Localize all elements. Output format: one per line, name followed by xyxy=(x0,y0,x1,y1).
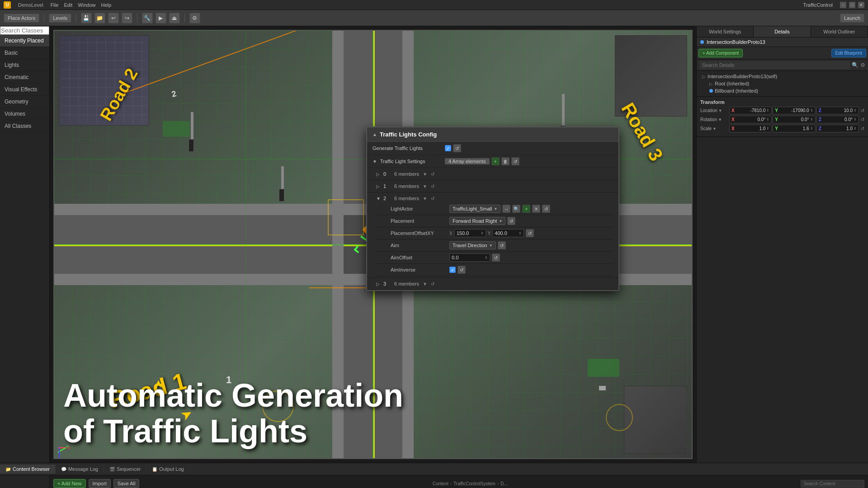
content-search-input[interactable] xyxy=(801,480,864,488)
import-button[interactable]: Import xyxy=(89,479,111,488)
array-0-dropdown[interactable]: ▼ xyxy=(423,172,427,177)
settings-icon[interactable]: ⚙ xyxy=(860,62,865,68)
aim-offset-spinner[interactable]: ⬆ xyxy=(485,256,488,260)
array-2-reset[interactable]: ↺ xyxy=(431,196,434,201)
tree-item-root[interactable]: ▷ IntersectionBuilderProto13(self) xyxy=(697,73,868,80)
save-icon[interactable]: 💾 xyxy=(81,13,92,23)
settings-icon[interactable]: ⚙ xyxy=(189,13,200,23)
array-3-dropdown[interactable]: ▼ xyxy=(423,282,427,286)
scale-reset-button[interactable]: ↺ xyxy=(861,126,864,131)
add-component-button[interactable]: + Add Component xyxy=(698,49,743,57)
aim-inverse-checkbox[interactable]: ✓ xyxy=(449,267,456,273)
tab-output-log[interactable]: 📋 Output Log xyxy=(146,465,189,474)
generate-tl-reset-button[interactable]: ↺ xyxy=(453,144,461,152)
array-1-dropdown[interactable]: ▼ xyxy=(423,184,427,189)
search-details-input[interactable] xyxy=(699,61,850,69)
levels-button[interactable]: Levels xyxy=(49,14,71,23)
offset-reset-btn[interactable]: ↺ xyxy=(526,229,534,237)
menu-window[interactable]: Window xyxy=(78,2,95,8)
array-2-expand-icon[interactable]: ▼ xyxy=(376,196,382,201)
sidebar-item-geometry[interactable]: Geometry xyxy=(0,96,49,108)
undo-icon[interactable]: ↩ xyxy=(108,13,119,23)
offset-x-field[interactable]: 150.0 ⬆ xyxy=(454,229,486,237)
lightactor-reset-btn[interactable]: ↺ xyxy=(542,205,550,213)
path-content[interactable]: Content xyxy=(433,481,448,486)
tab-world-settings[interactable]: World Settings xyxy=(697,26,754,37)
launch-button[interactable]: Launch xyxy=(840,14,864,23)
location-x-field[interactable]: X -7810.0 ⬆ xyxy=(729,107,772,114)
sx-spinner[interactable]: ⬆ xyxy=(766,127,769,131)
place-actors-button[interactable]: Place Actors xyxy=(4,14,39,23)
rotation-z-field[interactable]: Z 0.0° ⬆ xyxy=(816,116,859,123)
sidebar-item-recently-placed[interactable]: Recently Placed xyxy=(0,35,49,47)
close-button[interactable]: ✕ xyxy=(858,2,864,8)
location-dropdown-icon[interactable]: ▼ xyxy=(718,108,722,113)
array-1-expand-icon[interactable]: ▷ xyxy=(376,184,382,189)
placement-dropdown[interactable]: Forward Road Right xyxy=(449,217,505,225)
tree-item-root-inherited[interactable]: ▷ Root (Inherited) xyxy=(697,80,868,87)
sidebar-item-visual-effects[interactable]: Visual Effects xyxy=(0,84,49,96)
eject-icon[interactable]: ⏏ xyxy=(169,13,180,23)
rotation-reset-button[interactable]: ↺ xyxy=(861,117,864,122)
offset-x-spinner[interactable]: ⬆ xyxy=(481,231,484,235)
aim-offset-reset-btn[interactable]: ↺ xyxy=(492,253,500,262)
scale-dropdown-icon[interactable]: ▼ xyxy=(712,127,717,131)
tl-settings-arrow[interactable]: ▼ xyxy=(373,159,377,164)
array-3-expand-icon[interactable]: ▷ xyxy=(376,282,382,286)
sidebar-item-basic[interactable]: Basic xyxy=(0,47,49,59)
rotation-x-field[interactable]: X 0.0° ⬆ xyxy=(729,116,772,123)
scale-x-field[interactable]: X 1.0 ⬆ xyxy=(729,125,772,132)
array-0-reset[interactable]: ↺ xyxy=(431,172,434,177)
lightactor-add-btn[interactable]: + xyxy=(522,205,530,213)
sidebar-item-volumes[interactable]: Volumes xyxy=(0,108,49,120)
array-1-reset[interactable]: ↺ xyxy=(431,184,434,189)
location-reset-button[interactable]: ↺ xyxy=(861,108,864,113)
minimize-button[interactable]: − xyxy=(840,2,846,8)
menu-file[interactable]: File xyxy=(51,2,59,8)
menu-help[interactable]: Help xyxy=(101,2,111,8)
y-field-spinner[interactable]: ⬆ xyxy=(810,108,813,113)
edit-blueprint-button[interactable]: Edit Blueprint xyxy=(831,49,866,57)
tab-details[interactable]: Details xyxy=(754,26,811,37)
tab-sequencer[interactable]: 🎬 Sequencer xyxy=(104,465,146,474)
array-add-button[interactable]: + xyxy=(491,157,500,165)
offset-y-spinner[interactable]: ⬆ xyxy=(519,231,522,235)
rx-spinner[interactable]: ⬆ xyxy=(766,117,769,122)
aim-inverse-reset-btn[interactable]: ↺ xyxy=(458,266,466,274)
location-y-field[interactable]: Y -17090.0 ⬆ xyxy=(773,107,815,114)
sy-spinner[interactable]: ⬆ xyxy=(810,127,813,131)
placement-reset-btn[interactable]: ↺ xyxy=(507,217,515,225)
rotation-dropdown-icon[interactable]: ▼ xyxy=(718,117,722,122)
menu-edit[interactable]: Edit xyxy=(64,2,72,8)
folder-icon[interactable]: 📁 xyxy=(94,13,105,23)
build-icon[interactable]: 🔧 xyxy=(142,13,153,23)
add-new-button[interactable]: + Add New xyxy=(53,479,86,488)
z-field-spinner[interactable]: ⬆ xyxy=(854,108,857,113)
array-0-expand-icon[interactable]: ▷ xyxy=(376,172,382,177)
rz-spinner[interactable]: ⬆ xyxy=(854,117,857,122)
rotation-y-field[interactable]: Y 0.0° ⬆ xyxy=(773,116,815,123)
generate-tl-checkbox[interactable]: ✓ xyxy=(445,145,451,151)
sz-spinner[interactable]: ⬆ xyxy=(854,127,857,131)
scale-z-field[interactable]: Z 1.0 ⬆ xyxy=(816,125,859,132)
redo-icon[interactable]: ↪ xyxy=(122,13,132,23)
aim-reset-btn[interactable]: ↺ xyxy=(498,241,506,249)
x-field-spinner[interactable]: ⬆ xyxy=(766,108,769,113)
path-d[interactable]: D... xyxy=(500,481,508,486)
save-all-button[interactable]: Save All xyxy=(113,479,140,488)
tree-item-billboard[interactable]: Billboard (Inherited) xyxy=(697,87,868,94)
array-2-dropdown[interactable]: ▼ xyxy=(423,196,427,201)
path-traffic-control[interactable]: TrafficControlSystem xyxy=(453,481,495,486)
array-3-reset[interactable]: ↺ xyxy=(431,282,434,286)
lightactor-arrow-btn[interactable]: ↔ xyxy=(502,205,510,213)
maximize-button[interactable]: □ xyxy=(849,2,855,8)
scale-y-field[interactable]: Y 1.6 ⬆ xyxy=(773,125,815,132)
aim-dropdown[interactable]: Travel Direction xyxy=(449,241,496,249)
search-classes-input[interactable] xyxy=(0,26,49,35)
offset-y-field[interactable]: 400.0 ⬆ xyxy=(492,229,524,237)
tab-content-browser[interactable]: 📁 Content Browser xyxy=(0,465,56,474)
ry-spinner[interactable]: ⬆ xyxy=(810,117,813,122)
aim-offset-field[interactable]: 0.0 ⬆ xyxy=(449,253,490,262)
tab-world-outliner[interactable]: World Outliner xyxy=(811,26,868,37)
lightactor-clear-btn[interactable]: ✕ xyxy=(532,205,540,213)
